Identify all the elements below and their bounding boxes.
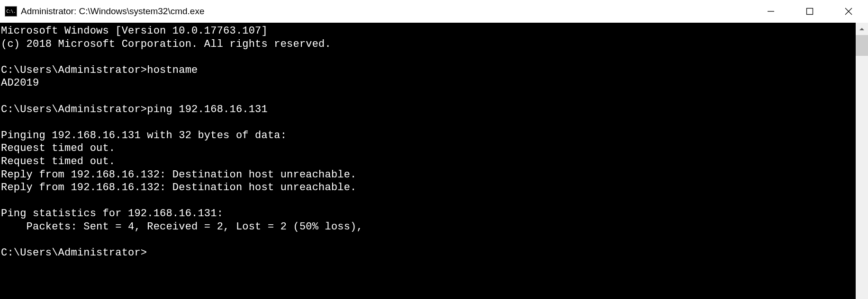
minimize-icon: [767, 8, 775, 15]
scroll-thumb[interactable]: [856, 35, 868, 56]
window-titlebar: C:\. Administrator: C:\Windows\system32\…: [0, 0, 868, 23]
terminal-wrapper: Microsoft Windows [Version 10.0.17763.10…: [0, 23, 868, 299]
maximize-icon: [806, 8, 814, 15]
cmd-icon: C:\.: [5, 6, 17, 17]
maximize-button[interactable]: [790, 0, 829, 23]
window-controls: [751, 0, 868, 23]
close-icon: [845, 8, 852, 15]
window-title: Administrator: C:\Windows\system32\cmd.e…: [21, 6, 205, 17]
terminal-output[interactable]: Microsoft Windows [Version 10.0.17763.10…: [0, 23, 856, 299]
svg-rect-1: [807, 9, 813, 15]
minimize-button[interactable]: [751, 0, 790, 23]
close-button[interactable]: [829, 0, 868, 23]
vertical-scrollbar[interactable]: [856, 23, 868, 299]
scroll-up-button[interactable]: [856, 23, 868, 35]
cmd-icon-label: C:\.: [6, 9, 16, 14]
